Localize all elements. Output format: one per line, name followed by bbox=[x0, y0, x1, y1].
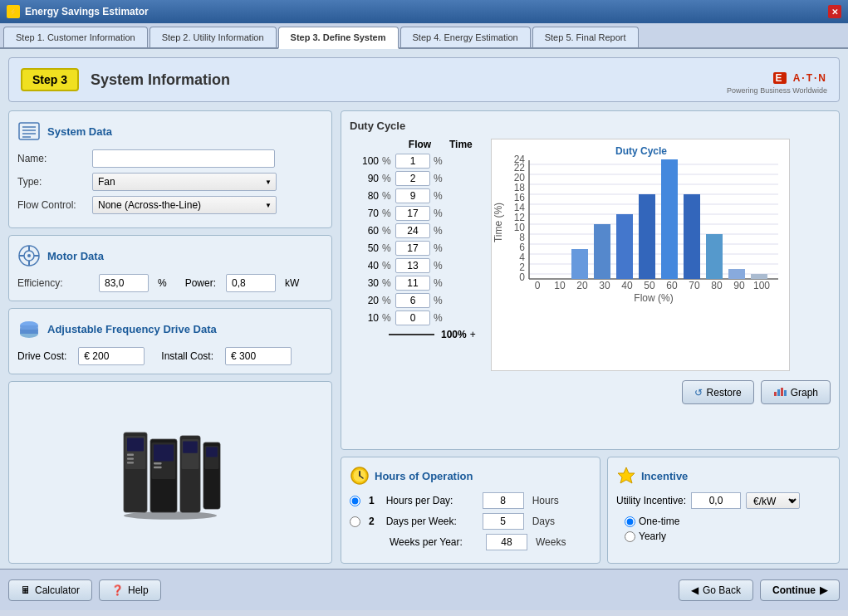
duty-total-label: 100% bbox=[441, 329, 467, 340]
svg-point-34 bbox=[124, 511, 217, 520]
power-input[interactable] bbox=[226, 274, 276, 292]
duty-time-input-100[interactable] bbox=[395, 154, 430, 169]
calculator-icon: 🖩 bbox=[21, 584, 31, 596]
days-unit: Days bbox=[532, 516, 555, 527]
calculator-label: Calculator bbox=[35, 584, 80, 596]
power-unit: kW bbox=[285, 277, 299, 289]
tab-bar: Step 1. Customer Information Step 2. Uti… bbox=[0, 23, 848, 49]
days-row: 2 Days per Week: Days bbox=[350, 513, 591, 530]
hours-radio-1[interactable] bbox=[350, 496, 360, 506]
svg-text:100: 100 bbox=[753, 280, 770, 291]
system-data-header: System Data bbox=[17, 120, 323, 143]
svg-text:0: 0 bbox=[535, 280, 541, 291]
duty-total: 100% + bbox=[350, 329, 483, 340]
close-button[interactable]: ✕ bbox=[828, 5, 841, 18]
tab-step2[interactable]: Step 2. Utility Information bbox=[150, 27, 277, 47]
duty-time-input-50[interactable] bbox=[395, 241, 430, 256]
svg-point-7 bbox=[27, 254, 31, 257]
system-data-section: System Data Name: Type: Fan Pump Compres… bbox=[8, 110, 332, 228]
hours-radio-2[interactable] bbox=[350, 516, 360, 527]
svg-text:80: 80 bbox=[711, 280, 723, 291]
bar-80 bbox=[706, 234, 723, 279]
utility-incentive-input[interactable] bbox=[691, 492, 741, 509]
graph-label: Graph bbox=[791, 387, 818, 398]
yearly-option: Yearly bbox=[625, 530, 831, 542]
name-input[interactable] bbox=[92, 149, 275, 168]
tab-step5[interactable]: Step 5. Final Report bbox=[532, 27, 639, 47]
restore-button[interactable]: ↺ Restore bbox=[682, 380, 754, 404]
type-select[interactable]: Fan Pump Compressor bbox=[92, 173, 277, 191]
duty-row-40: 40 % % bbox=[350, 258, 483, 273]
go-back-button[interactable]: ◀ Go Back bbox=[679, 579, 753, 601]
duty-time-input-90[interactable] bbox=[395, 171, 430, 186]
duty-time-input-10[interactable] bbox=[395, 310, 430, 325]
motor-data-section: Motor Data Efficiency: % Power: kW bbox=[8, 235, 332, 301]
tab-step1[interactable]: Step 1. Customer Information bbox=[3, 27, 148, 47]
duty-cycle-section: Duty Cycle Flow Time 100 bbox=[341, 110, 840, 450]
bar-100 bbox=[751, 274, 767, 279]
app-icon: ⚡ bbox=[7, 5, 20, 18]
graph-button[interactable]: Graph bbox=[761, 380, 831, 404]
duty-row-10: 10 % % bbox=[350, 310, 483, 325]
duty-time-input-40[interactable] bbox=[395, 258, 430, 273]
svg-rect-75 bbox=[774, 392, 777, 396]
help-icon: ❓ bbox=[111, 584, 124, 596]
power-label: Power: bbox=[185, 277, 216, 289]
duty-time-input-20[interactable] bbox=[395, 293, 430, 308]
motor-data-icon bbox=[17, 244, 41, 267]
app-title: Energy Savings Estimator bbox=[25, 6, 149, 17]
calculator-button[interactable]: 🖩 Calculator bbox=[8, 579, 92, 601]
duty-total-suffix: + bbox=[470, 329, 476, 340]
duty-time-input-30[interactable] bbox=[395, 276, 430, 291]
footer-left: 🖩 Calculator ❓ Help bbox=[8, 579, 161, 601]
duty-row-70: 70 % % bbox=[350, 206, 483, 221]
logo-subtitle: Powering Business Worldwide bbox=[727, 86, 827, 95]
title-bar: ⚡ Energy Savings Estimator ✕ bbox=[0, 0, 848, 23]
days-per-week-label: Days per Week: bbox=[386, 516, 478, 527]
hours-per-day-label: Hours per Day: bbox=[386, 495, 478, 506]
svg-rect-26 bbox=[154, 462, 162, 464]
main-content: Step 3 System Information E A·T·N Poweri… bbox=[0, 49, 848, 569]
hours-option1-row: 1 Hours per Day: Hours bbox=[350, 492, 591, 509]
svg-rect-25 bbox=[154, 444, 174, 461]
drive-cost-input[interactable] bbox=[78, 347, 145, 365]
drive-image-box bbox=[8, 381, 332, 564]
svg-text:40: 40 bbox=[621, 280, 633, 291]
onetime-radio[interactable] bbox=[625, 516, 635, 527]
motor-params-row: Efficiency: % Power: kW bbox=[17, 274, 323, 292]
go-back-label: Go Back bbox=[703, 584, 741, 596]
svg-text:16: 16 bbox=[514, 192, 526, 203]
drive-cost-label: Drive Cost: bbox=[17, 350, 66, 362]
duty-time-input-60[interactable] bbox=[395, 223, 430, 238]
svg-text:4: 4 bbox=[519, 252, 525, 263]
tab-step3[interactable]: Step 3. Define System bbox=[278, 27, 399, 49]
duty-bottom-buttons: ↺ Restore bbox=[491, 380, 831, 404]
days-per-week-input[interactable] bbox=[483, 513, 524, 530]
svg-text:6: 6 bbox=[519, 242, 525, 253]
duty-time-input-80[interactable] bbox=[395, 188, 430, 203]
bar-40 bbox=[616, 214, 633, 279]
drive-cost-row: Drive Cost: Install Cost: bbox=[17, 347, 323, 365]
incentive-section: Incentive Utility Incentive: €/kW €/kWh bbox=[607, 457, 840, 564]
yearly-radio[interactable] bbox=[625, 531, 635, 542]
help-button[interactable]: ❓ Help bbox=[99, 579, 161, 601]
bar-70 bbox=[684, 194, 700, 279]
incentive-unit-select[interactable]: €/kW €/kWh bbox=[746, 492, 800, 509]
weeks-per-year-input[interactable] bbox=[486, 534, 527, 550]
page-title: System Information bbox=[91, 71, 230, 89]
left-panel: System Data Name: Type: Fan Pump Compres… bbox=[8, 110, 332, 564]
tab-step4[interactable]: Step 4. Energy Estimation bbox=[400, 27, 531, 47]
efficiency-input[interactable] bbox=[99, 274, 149, 292]
flow-control-select[interactable]: None (Across-the-Line) Throttling Variab… bbox=[92, 196, 277, 214]
duty-col-time: Time bbox=[449, 139, 473, 150]
hours-section: Hours of Operation 1 Hours per Day: Hour… bbox=[341, 457, 600, 564]
hours-per-day-input[interactable] bbox=[483, 492, 524, 509]
duty-time-input-70[interactable] bbox=[395, 206, 430, 221]
type-row: Type: Fan Pump Compressor bbox=[17, 173, 323, 191]
continue-button[interactable]: Continue ▶ bbox=[760, 579, 840, 601]
bar-50 bbox=[639, 194, 655, 279]
svg-text:14: 14 bbox=[514, 202, 526, 213]
install-cost-input[interactable] bbox=[225, 347, 292, 365]
bar-60 bbox=[661, 159, 678, 279]
svg-text:0: 0 bbox=[519, 271, 525, 283]
